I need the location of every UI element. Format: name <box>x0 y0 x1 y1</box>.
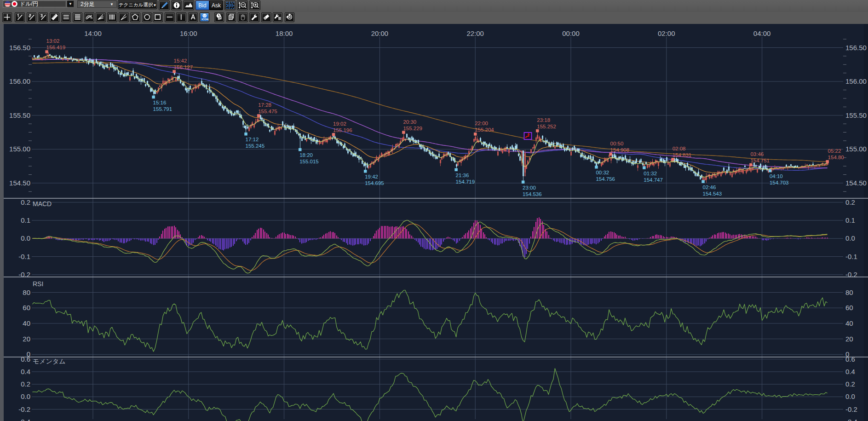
svg-text:モメンタム: モメンタム <box>33 358 66 365</box>
svg-text:155.015: 155.015 <box>299 159 319 164</box>
svg-text:156.127: 156.127 <box>174 64 193 70</box>
svg-text:20: 20 <box>23 335 30 343</box>
svg-text:00:00: 00:00 <box>562 29 580 37</box>
svg-text:0.4: 0.4 <box>21 368 30 375</box>
svg-text:0.1: 0.1 <box>845 216 855 224</box>
svg-text:0.1: 0.1 <box>21 216 30 224</box>
svg-text:154.50: 154.50 <box>845 179 867 187</box>
svg-text:156.00: 156.00 <box>845 77 867 85</box>
svg-text:0.2: 0.2 <box>21 380 30 388</box>
svg-text:-0.4: -0.4 <box>18 418 30 421</box>
svg-text:00:32: 00:32 <box>596 170 609 175</box>
svg-text:156.50: 156.50 <box>9 44 30 52</box>
svg-text:14:00: 14:00 <box>84 29 102 37</box>
svg-text:155.791: 155.791 <box>153 106 172 112</box>
svg-text:-0.2: -0.2 <box>18 405 30 413</box>
svg-text:155.50: 155.50 <box>845 111 867 119</box>
svg-text:04:00: 04:00 <box>753 29 771 37</box>
svg-text:17:28: 17:28 <box>258 102 271 108</box>
svg-text:154.751: 154.751 <box>750 158 770 163</box>
svg-text:0.6: 0.6 <box>21 355 30 363</box>
svg-text:0.2: 0.2 <box>845 380 855 388</box>
svg-text:18:00: 18:00 <box>276 29 293 37</box>
svg-text:155.00: 155.00 <box>9 145 30 153</box>
svg-text:40: 40 <box>23 319 30 327</box>
svg-text:156.419: 156.419 <box>46 45 66 50</box>
svg-text:154.831: 154.831 <box>673 152 692 158</box>
svg-text:156.00: 156.00 <box>9 77 30 85</box>
svg-text:154.695: 154.695 <box>365 180 384 186</box>
svg-text:05:22: 05:22 <box>828 148 841 154</box>
svg-text:19:42: 19:42 <box>365 174 378 179</box>
svg-text:155.196: 155.196 <box>333 127 352 133</box>
svg-text:0.0: 0.0 <box>845 234 855 242</box>
svg-text:22:00: 22:00 <box>466 29 484 37</box>
svg-text:0.2: 0.2 <box>21 198 30 206</box>
svg-text:154.50: 154.50 <box>9 179 30 187</box>
svg-text:155.245: 155.245 <box>246 143 265 149</box>
svg-text:18:20: 18:20 <box>299 152 313 158</box>
svg-text:-0.4: -0.4 <box>845 418 857 421</box>
svg-text:154.747: 154.747 <box>644 177 663 183</box>
svg-text:0.4: 0.4 <box>845 368 855 375</box>
svg-text:21:36: 21:36 <box>456 173 469 178</box>
svg-text:154.543: 154.543 <box>703 191 722 196</box>
svg-text:01:32: 01:32 <box>644 171 657 176</box>
svg-text:-0.1: -0.1 <box>845 253 857 260</box>
svg-text:155.229: 155.229 <box>403 126 422 131</box>
svg-text:15:42: 15:42 <box>174 58 187 63</box>
svg-text:03:46: 03:46 <box>750 151 764 157</box>
svg-text:80: 80 <box>845 288 853 296</box>
svg-text:154.908: 154.908 <box>610 147 630 153</box>
svg-text:0.0: 0.0 <box>21 234 30 242</box>
svg-text:02:08: 02:08 <box>673 146 686 151</box>
svg-text:155.204: 155.204 <box>475 127 494 133</box>
svg-text:155.475: 155.475 <box>258 109 277 114</box>
svg-text:02:00: 02:00 <box>658 29 675 37</box>
svg-text:0.0: 0.0 <box>845 392 855 400</box>
svg-text:154.80: 154.80 <box>828 155 844 160</box>
svg-text:154.756: 154.756 <box>596 176 615 182</box>
svg-text:20: 20 <box>845 335 853 343</box>
svg-text:155.00: 155.00 <box>845 145 867 153</box>
svg-text:00:50: 00:50 <box>610 141 624 146</box>
svg-text:04:10: 04:10 <box>770 173 783 179</box>
svg-text:23:00: 23:00 <box>523 185 536 190</box>
svg-text:02:46: 02:46 <box>703 185 716 190</box>
svg-text:13:02: 13:02 <box>46 38 60 44</box>
svg-text:155.252: 155.252 <box>537 124 556 129</box>
svg-text:0.2: 0.2 <box>845 198 855 206</box>
svg-text:19:02: 19:02 <box>333 121 346 127</box>
svg-text:154.719: 154.719 <box>456 179 475 185</box>
svg-text:154.703: 154.703 <box>770 180 789 185</box>
svg-text:RSI: RSI <box>33 280 43 288</box>
svg-text:15:16: 15:16 <box>153 100 167 105</box>
svg-text:80: 80 <box>23 288 30 296</box>
svg-text:155.50: 155.50 <box>9 111 30 119</box>
svg-text:MACD: MACD <box>33 200 52 208</box>
svg-text:60: 60 <box>23 304 30 311</box>
svg-text:60: 60 <box>845 304 853 311</box>
svg-text:-0.2: -0.2 <box>845 405 857 413</box>
svg-text:0.6: 0.6 <box>845 355 855 363</box>
svg-text:20:00: 20:00 <box>371 29 389 37</box>
svg-text:156.50: 156.50 <box>845 44 867 52</box>
svg-text:40: 40 <box>845 319 853 327</box>
svg-text:23:18: 23:18 <box>537 117 550 123</box>
svg-text:154.536: 154.536 <box>523 191 542 197</box>
svg-text:20:30: 20:30 <box>403 119 416 125</box>
svg-text:16:00: 16:00 <box>180 29 197 37</box>
svg-text:17:12: 17:12 <box>246 137 259 142</box>
svg-text:-0.1: -0.1 <box>18 253 30 260</box>
svg-text:0.0: 0.0 <box>21 392 30 400</box>
svg-text:22:00: 22:00 <box>475 121 488 126</box>
svg-text:ICON: ICON <box>201 18 208 21</box>
